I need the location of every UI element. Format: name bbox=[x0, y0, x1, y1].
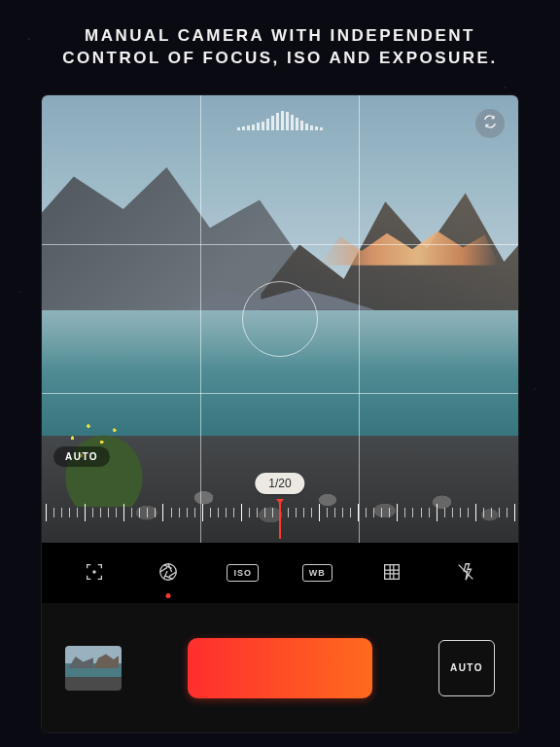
tool-white-balance[interactable]: WB bbox=[295, 553, 339, 592]
focus-reticle[interactable] bbox=[242, 281, 318, 357]
value-ruler[interactable] bbox=[42, 502, 518, 543]
grid-line bbox=[42, 393, 518, 394]
bottom-bar: AUTO bbox=[42, 603, 518, 732]
record-button[interactable] bbox=[188, 638, 372, 698]
grid-icon bbox=[381, 561, 402, 585]
headline-line-1: MANUAL CAMERA WITH INDEPENDENT bbox=[0, 25, 560, 48]
ruler-needle bbox=[279, 502, 281, 539]
tool-flash[interactable] bbox=[443, 553, 488, 592]
tool-shutter[interactable] bbox=[146, 553, 191, 592]
iso-label: ISO bbox=[227, 564, 259, 582]
camera-toolbar: ISO WB bbox=[42, 543, 518, 603]
camera-flip-button[interactable] bbox=[475, 109, 505, 138]
device-frame: AUTO 1/20 ISO WB bbox=[42, 95, 518, 732]
auto-exposure-badge[interactable]: AUTO bbox=[53, 446, 110, 467]
grid-line bbox=[359, 95, 360, 543]
flash-off-icon bbox=[455, 561, 476, 585]
last-capture-thumbnail[interactable] bbox=[65, 646, 122, 691]
aperture-icon bbox=[158, 561, 179, 585]
tool-iso[interactable]: ISO bbox=[221, 553, 265, 592]
shutter-speed-value-pill[interactable]: 1/20 bbox=[255, 473, 304, 494]
focus-square-icon bbox=[84, 561, 105, 585]
grid-line bbox=[42, 244, 518, 245]
camera-viewfinder[interactable]: AUTO 1/20 bbox=[42, 95, 518, 543]
tool-grid[interactable] bbox=[369, 553, 414, 592]
headline-line-2: CONTROL OF FOCUS, ISO AND EXPOSURE. bbox=[0, 48, 560, 70]
wb-label: WB bbox=[302, 564, 332, 582]
svg-point-0 bbox=[92, 571, 94, 573]
mode-toggle-button[interactable]: AUTO bbox=[438, 640, 495, 696]
marketing-headline: MANUAL CAMERA WITH INDEPENDENT CONTROL O… bbox=[0, 25, 560, 70]
svg-rect-2 bbox=[384, 565, 399, 580]
camera-flip-icon bbox=[482, 114, 498, 133]
histogram bbox=[237, 109, 323, 130]
grid-line bbox=[200, 95, 201, 543]
mode-label: AUTO bbox=[450, 662, 483, 673]
tool-focus[interactable] bbox=[72, 553, 117, 592]
